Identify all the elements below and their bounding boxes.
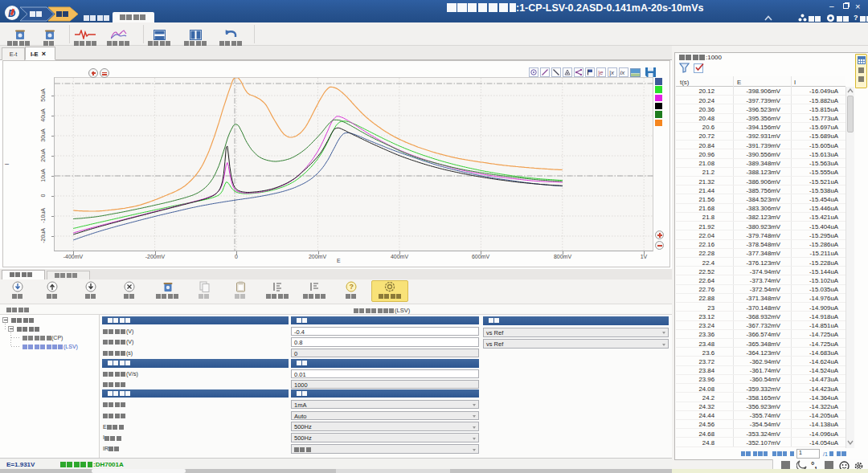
svg-text:?: ? [350, 283, 354, 291]
